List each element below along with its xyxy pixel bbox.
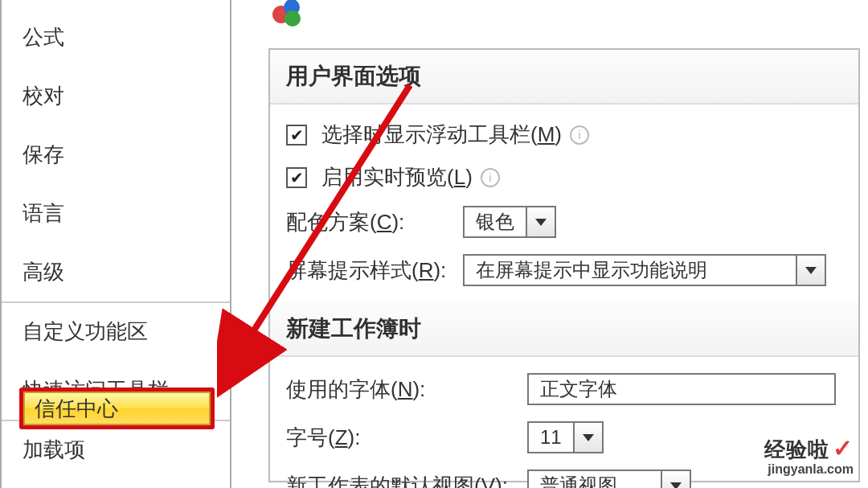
dropdown-font-size[interactable]: 11 (527, 421, 604, 453)
label-default-font: 使用的字体(N): (286, 375, 527, 404)
label-mini-toolbar: 选择时显示浮动工具栏(M) (321, 121, 562, 149)
info-icon: i (481, 168, 500, 187)
svg-point-2 (285, 10, 301, 27)
label-screentip-style: 屏幕提示样式(R): (286, 256, 463, 285)
chevron-down-icon[interactable] (796, 256, 825, 285)
dropdown-screentip-style[interactable]: 在屏幕提示中显示功能说明 (463, 254, 826, 286)
chevron-down-icon[interactable] (661, 471, 690, 488)
sidebar-item-advanced[interactable]: 高级 (2, 243, 230, 301)
label-font-size: 字号(Z): (286, 424, 527, 452)
watermark: 经验啦✓ jingyanla.com (764, 434, 854, 477)
options-icon (268, 0, 304, 35)
dropdown-default-view[interactable]: 普通视图 (527, 470, 691, 488)
label-color-scheme: 配色方案(C): (286, 208, 463, 236)
sidebar: 公式 校对 保存 语言 高级 自定义功能区 快速访问工具栏 加载项 信任中心 信… (0, 0, 231, 488)
dropdown-color-scheme-value: 银色 (465, 207, 526, 236)
info-icon: i (570, 125, 589, 145)
sidebar-item-proofing[interactable]: 校对 (2, 67, 230, 125)
checkbox-mini-toolbar[interactable] (286, 125, 307, 146)
chevron-down-icon[interactable] (573, 423, 602, 452)
watermark-url: jingyanla.com (764, 462, 854, 477)
sidebar-item-addins[interactable]: 加载项 (2, 420, 230, 479)
checkbox-live-preview[interactable] (286, 167, 307, 188)
dropdown-default-view-value: 普通视图 (529, 471, 661, 488)
sidebar-item-quick-access[interactable]: 快速访问工具栏 (2, 361, 230, 420)
dropdown-font-size-value: 11 (529, 423, 573, 452)
check-icon: ✓ (833, 435, 854, 461)
dropdown-color-scheme[interactable]: 银色 (463, 206, 556, 238)
dropdown-screentip-value: 在屏幕提示中显示功能说明 (465, 256, 796, 285)
section-title-ui-options: 用户界面选项 (270, 50, 858, 105)
section-title-new-workbook: 新建工作簿时 (270, 302, 858, 357)
dropdown-default-font-value: 正文字体 (529, 375, 834, 404)
main-panel: 用户界面选项 选择时显示浮动工具栏(M) i 启用实时预览(L) i (231, 0, 868, 488)
watermark-text: 经验啦 (764, 437, 829, 461)
label-default-view: 新工作表的默认视图(V): (286, 472, 527, 489)
label-live-preview: 启用实时预览(L) (321, 163, 473, 191)
sidebar-item-save[interactable]: 保存 (2, 125, 230, 184)
sidebar-item-language[interactable]: 语言 (2, 184, 230, 243)
sidebar-item-formulas[interactable]: 公式 (2, 8, 230, 67)
chevron-down-icon[interactable] (526, 207, 555, 236)
dropdown-default-font[interactable]: 正文字体 (527, 373, 836, 405)
sidebar-item-customize-ribbon[interactable]: 自定义功能区 (2, 301, 230, 361)
